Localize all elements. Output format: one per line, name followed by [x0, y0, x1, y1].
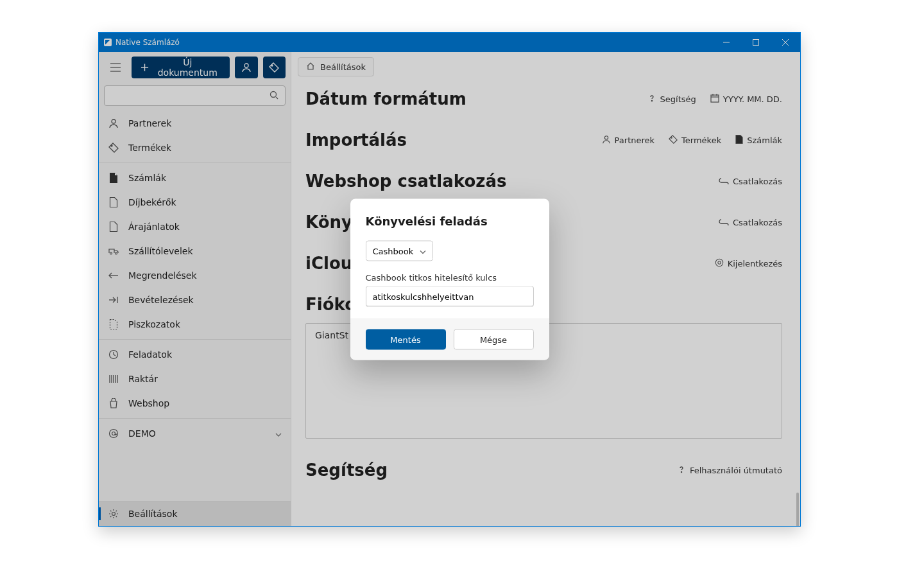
accounting-modal: Könyvelési feladás Cashbook Cashbook tit… [350, 199, 549, 360]
secret-key-input[interactable] [366, 286, 534, 307]
app-window: Native Számlázó Új dokumentum [98, 32, 801, 527]
cancel-button[interactable]: Mégse [454, 329, 534, 350]
secret-key-label: Cashbook titkos hitelesítő kulcs [366, 273, 534, 283]
save-button[interactable]: Mentés [366, 329, 446, 350]
provider-value: Cashbook [373, 246, 414, 256]
chevron-down-icon [420, 246, 426, 256]
modal-title: Könyvelési feladás [366, 215, 534, 228]
provider-select[interactable]: Cashbook [366, 241, 434, 261]
